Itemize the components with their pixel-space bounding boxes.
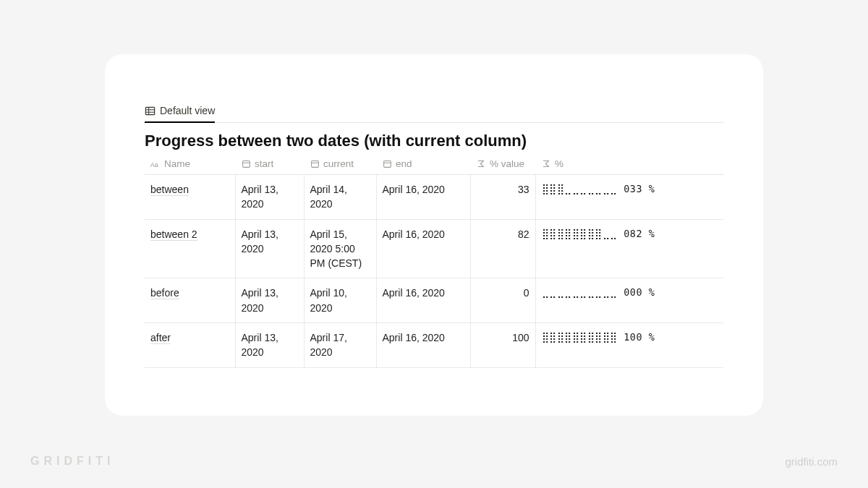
table-row[interactable]: between April 13, 2020 April 14, 2020 Ap…	[145, 175, 723, 220]
column-header-value[interactable]: % value	[470, 153, 535, 175]
table-header-row: Aa Name start	[145, 153, 723, 175]
cell-value[interactable]: 33	[470, 175, 535, 220]
svg-rect-9	[383, 160, 391, 167]
cell-progress[interactable]: ⣿⣿⣿⣿⣿⣿⣿⣿⣿⣿ 100 %	[535, 323, 723, 368]
cell-name[interactable]: before	[145, 278, 235, 323]
cell-end[interactable]: April 16, 2020	[376, 323, 470, 368]
tab-label: Default view	[160, 105, 215, 116]
cell-value[interactable]: 100	[470, 323, 535, 368]
cell-value[interactable]: 82	[470, 219, 535, 278]
cell-start[interactable]: April 13, 2020	[235, 278, 304, 323]
cell-end[interactable]: April 16, 2020	[376, 219, 470, 278]
date-prop-icon	[241, 159, 251, 169]
database-card: Default view Progress between two dates …	[105, 54, 763, 416]
tab-default-view[interactable]: Default view	[145, 105, 215, 123]
svg-text:Aa: Aa	[150, 160, 158, 168]
cell-start[interactable]: April 13, 2020	[235, 323, 304, 368]
brand-url: gridfiti.com	[785, 455, 838, 468]
svg-rect-0	[145, 107, 154, 114]
brand-watermark: GRIDFITI	[30, 455, 114, 468]
table-row[interactable]: between 2 April 13, 2020 April 15, 2020 …	[145, 219, 723, 278]
column-header-start[interactable]: start	[235, 153, 304, 175]
column-header-current[interactable]: current	[304, 153, 376, 175]
column-label: end	[396, 158, 412, 169]
column-label: %	[555, 158, 563, 169]
cell-current[interactable]: April 15, 2020 5:00 PM (CEST)	[304, 219, 376, 278]
column-header-end[interactable]: end	[376, 153, 470, 175]
cell-progress[interactable]: ⣿⣿⣿⣿⣿⣿⣿⣿⣀⣀ 082 %	[535, 219, 723, 278]
cell-end[interactable]: April 16, 2020	[376, 175, 470, 220]
column-header-progress[interactable]: %	[535, 153, 723, 175]
database-title[interactable]: Progress between two dates (with current…	[145, 132, 723, 150]
svg-rect-7	[311, 160, 318, 167]
cell-start[interactable]: April 13, 2020	[235, 219, 304, 278]
table-row[interactable]: after April 13, 2020 April 17, 2020 Apri…	[145, 323, 723, 368]
cell-progress[interactable]: ⣿⣿⣿⣀⣀⣀⣀⣀⣀⣀ 033 %	[535, 175, 723, 220]
view-tabs: Default view	[145, 105, 723, 123]
cell-value[interactable]: 0	[470, 278, 535, 323]
column-label: % value	[490, 158, 524, 169]
column-label: Name	[164, 158, 190, 169]
database-table: Aa Name start	[145, 153, 723, 368]
cell-progress[interactable]: ⣀⣀⣀⣀⣀⣀⣀⣀⣀⣀ 000 %	[535, 278, 723, 323]
svg-rect-5	[242, 160, 250, 167]
cell-current[interactable]: April 10, 2020	[304, 278, 376, 323]
cell-name[interactable]: between	[145, 175, 235, 220]
date-prop-icon	[310, 159, 320, 169]
cell-end[interactable]: April 16, 2020	[376, 278, 470, 323]
title-prop-icon: Aa	[150, 159, 161, 169]
formula-prop-icon	[476, 159, 486, 169]
table-row[interactable]: before April 13, 2020 April 10, 2020 Apr…	[145, 278, 723, 323]
cell-current[interactable]: April 14, 2020	[304, 175, 376, 220]
column-header-name[interactable]: Aa Name	[145, 153, 235, 175]
cell-name[interactable]: after	[145, 323, 235, 368]
column-label: start	[255, 158, 273, 169]
date-prop-icon	[382, 159, 392, 169]
column-label: current	[323, 158, 354, 169]
cell-name[interactable]: between 2	[145, 219, 235, 278]
cell-current[interactable]: April 17, 2020	[304, 323, 376, 368]
table-icon	[145, 106, 156, 116]
cell-start[interactable]: April 13, 2020	[235, 175, 304, 220]
formula-prop-icon	[541, 159, 551, 169]
